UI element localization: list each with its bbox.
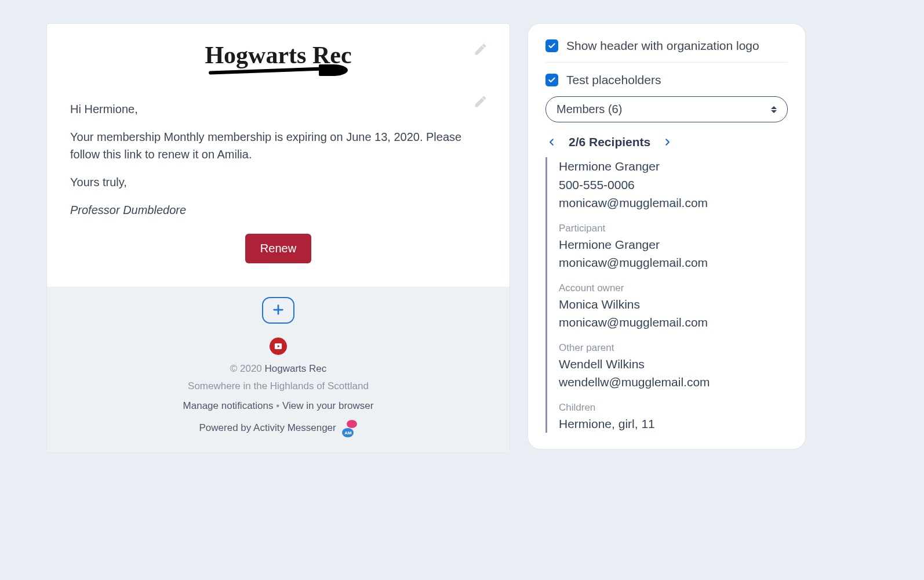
account-owner-label: Account owner bbox=[559, 282, 788, 294]
email-closing: Yours truly, bbox=[70, 173, 486, 191]
edit-header-icon[interactable] bbox=[474, 42, 488, 56]
email-header-section: Hogwarts Rec bbox=[47, 24, 510, 89]
show-header-label: Show header with organization logo bbox=[566, 39, 759, 53]
test-placeholders-label: Test placeholders bbox=[566, 73, 661, 87]
recipient-phone: 500-555-0006 bbox=[559, 176, 788, 194]
participant-label: Participant bbox=[559, 223, 788, 234]
sidebar-card: Show header with organization logo Test … bbox=[528, 23, 806, 449]
recipient-email: monicaw@mugglemail.com bbox=[559, 194, 788, 212]
plus-icon bbox=[272, 303, 285, 318]
recipients-pager: 2/6 Recipients bbox=[545, 135, 788, 149]
children-value: Hermione, girl, 11 bbox=[559, 415, 788, 433]
recipient-panel: Hermione Granger 500-555-0006 monicaw@mu… bbox=[545, 157, 788, 433]
footer-links: Manage notifications • View in your brow… bbox=[70, 400, 486, 412]
edit-body-icon[interactable] bbox=[474, 95, 488, 108]
email-signature: Professor Dumbledore bbox=[70, 201, 486, 219]
renew-button[interactable]: Renew bbox=[245, 234, 311, 263]
youtube-icon[interactable] bbox=[270, 338, 287, 355]
select-caret-icon bbox=[771, 106, 777, 113]
manage-notifications-link[interactable]: Manage notifications bbox=[183, 400, 274, 411]
other-parent-label: Other parent bbox=[559, 342, 788, 354]
show-header-checkbox[interactable] bbox=[545, 39, 558, 52]
recipient-name: Hermione Granger bbox=[559, 157, 788, 176]
email-body-text: Your membership Monthly membership is ex… bbox=[70, 128, 486, 163]
pager-label: 2/6 Recipients bbox=[569, 135, 650, 149]
test-placeholders-toggle-row[interactable]: Test placeholders bbox=[545, 73, 788, 87]
participant-email: monicaw@mugglemail.com bbox=[559, 253, 788, 272]
account-owner-email: monicaw@mugglemail.com bbox=[559, 313, 788, 332]
test-placeholders-checkbox[interactable] bbox=[545, 74, 558, 86]
account-owner-name: Monica Wilkins bbox=[559, 295, 788, 314]
pager-next-button[interactable] bbox=[663, 136, 671, 148]
other-parent-name: Wendell Wilkins bbox=[559, 355, 788, 374]
email-body-section: Hi Hermione, Your membership Monthly mem… bbox=[47, 89, 510, 287]
view-in-browser-link[interactable]: View in your browser bbox=[282, 400, 373, 411]
add-block-button[interactable] bbox=[262, 297, 294, 324]
broom-icon bbox=[209, 66, 348, 77]
members-select-value: Members (6) bbox=[556, 103, 622, 116]
footer-copyright: © 2020 Hogwarts Rec bbox=[70, 363, 486, 375]
organization-logo: Hogwarts Rec bbox=[205, 41, 351, 77]
activity-messenger-logo-icon: AM bbox=[342, 422, 357, 435]
members-select[interactable]: Members (6) bbox=[545, 96, 788, 122]
footer-address: Somewhere in the Highlands of Scottland bbox=[70, 380, 486, 392]
children-label: Children bbox=[559, 402, 788, 414]
email-footer-section: © 2020 Hogwarts Rec Somewhere in the Hig… bbox=[47, 329, 510, 452]
show-header-toggle-row[interactable]: Show header with organization logo bbox=[545, 39, 788, 53]
footer-org-link[interactable]: Hogwarts Rec bbox=[265, 363, 327, 374]
other-parent-email: wendellw@mugglemail.com bbox=[559, 373, 788, 392]
pager-prev-button[interactable] bbox=[548, 136, 556, 148]
footer-powered-by: Powered by Activity Messenger AM bbox=[70, 422, 486, 435]
email-greeting: Hi Hermione, bbox=[70, 100, 486, 118]
participant-name: Hermione Granger bbox=[559, 235, 788, 254]
email-preview-card: Hogwarts Rec Hi Hermione, Your membershi… bbox=[46, 23, 510, 453]
divider bbox=[545, 62, 788, 63]
add-block-section bbox=[47, 287, 510, 329]
